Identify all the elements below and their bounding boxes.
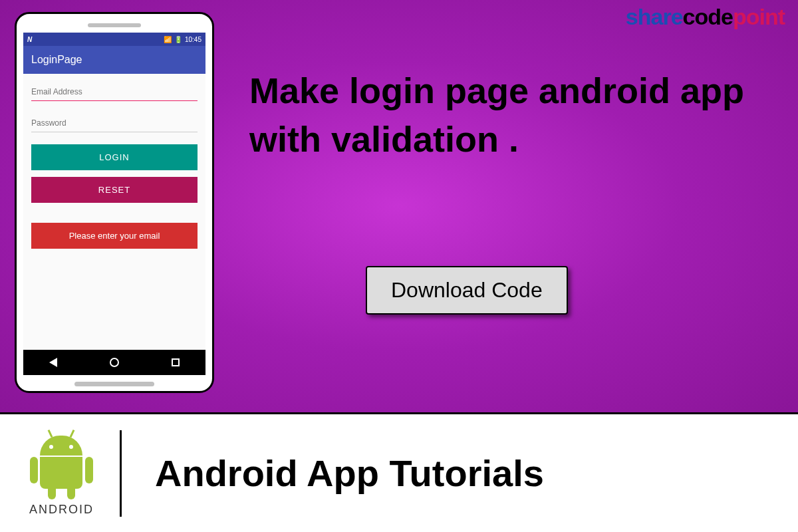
- phone-speaker: [88, 23, 141, 27]
- phone-mockup: N 📶 🔋 10:45 LoginPage LOGIN RESET: [15, 12, 214, 393]
- brand-logo: sharecodepoint: [626, 4, 785, 30]
- tutorials-title: Android App Tutorials: [155, 452, 544, 495]
- logo-part-point: point: [733, 4, 785, 29]
- validation-error: Please enter your email: [31, 223, 198, 249]
- phone-screen: N 📶 🔋 10:45 LoginPage LOGIN RESET: [23, 33, 205, 375]
- home-icon[interactable]: [110, 358, 119, 367]
- logo-part-share: share: [626, 4, 683, 29]
- android-logo-block: ANDROID: [27, 430, 96, 517]
- signal-icon: 📶: [164, 36, 172, 43]
- page-headline: Make login page android app with validat…: [249, 66, 775, 164]
- vertical-divider: [120, 430, 122, 517]
- reset-button[interactable]: RESET: [31, 177, 198, 203]
- footer-section: ANDROID Android App Tutorials: [0, 412, 798, 532]
- battery-icon: 🔋: [174, 36, 182, 43]
- download-code-button[interactable]: Download Code: [366, 266, 568, 315]
- status-time: 10:45: [185, 36, 201, 43]
- phone-home-indicator: [74, 382, 154, 386]
- recent-icon[interactable]: [172, 358, 180, 366]
- login-form: LOGIN RESET Please enter your email: [23, 74, 205, 257]
- app-title: LoginPage: [31, 54, 82, 66]
- back-icon[interactable]: [49, 358, 57, 367]
- android-label: ANDROID: [29, 503, 94, 517]
- logo-part-code: code: [683, 4, 733, 29]
- hero-section: sharecodepoint N 📶 🔋 10:45 LoginPage: [0, 0, 798, 412]
- login-button[interactable]: LOGIN: [31, 144, 198, 170]
- status-n-icon: N: [27, 36, 32, 43]
- android-robot-icon: [27, 430, 96, 500]
- android-status-bar: N 📶 🔋 10:45: [23, 33, 205, 46]
- email-field[interactable]: [31, 82, 198, 101]
- password-field[interactable]: [31, 113, 198, 132]
- app-bar: LoginPage: [23, 46, 205, 74]
- android-nav-bar: [23, 350, 205, 375]
